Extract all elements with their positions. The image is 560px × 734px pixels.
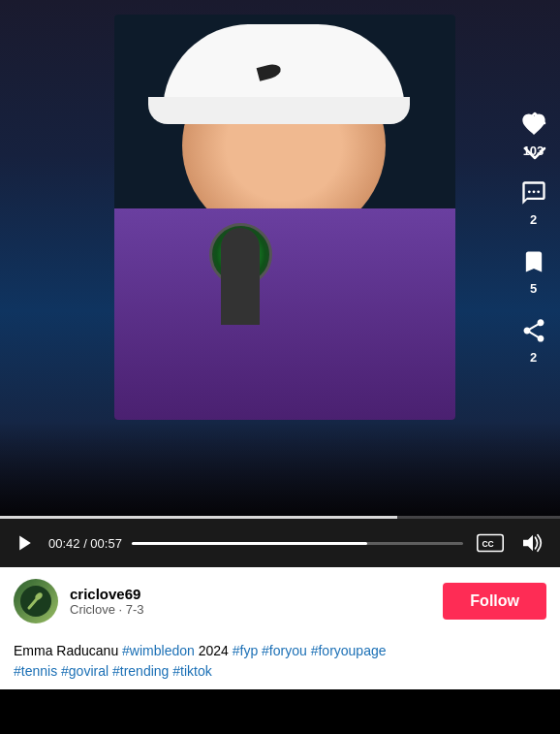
hashtag-goviral[interactable]: #goviral: [61, 663, 109, 679]
svg-point-1: [532, 190, 535, 193]
bookmark-count: 5: [530, 281, 537, 296]
comment-count: 2: [530, 212, 537, 227]
like-count: 103: [523, 144, 544, 158]
heart-icon: [516, 107, 551, 142]
video-gradient-overlay: [0, 422, 560, 519]
caption-name: Emma Raducanu: [14, 643, 122, 658]
user-details: criclove69 Criclove · 7-3: [70, 586, 431, 617]
hashtag-trending[interactable]: #trending: [112, 663, 169, 679]
avatar-inner: [20, 586, 51, 617]
cricket-bat-icon: [25, 590, 47, 612]
hashtag-tiktok[interactable]: #tiktok: [172, 663, 211, 679]
caption-area: Emma Raducanu #wimbledon 2024 #fyp #fory…: [0, 635, 560, 689]
like-button[interactable]: 103: [516, 107, 551, 158]
cc-icon: CC: [477, 533, 504, 553]
play-icon: [16, 533, 35, 553]
bookmark-button[interactable]: 5: [516, 244, 551, 296]
jacket: [114, 208, 455, 420]
volume-icon: [521, 533, 544, 553]
progress-fill: [132, 542, 367, 545]
bookmark-icon: [516, 244, 551, 279]
time-display: 00:42 / 00:57: [48, 536, 122, 551]
comment-icon: [516, 176, 551, 210]
avatar[interactable]: [14, 579, 58, 623]
caption-year: 2024: [195, 643, 233, 658]
follow-button[interactable]: Follow: [443, 583, 546, 620]
comment-button[interactable]: 2: [516, 176, 551, 227]
svg-point-2: [537, 190, 540, 193]
video-frame: [114, 15, 455, 420]
progress-bar[interactable]: [132, 542, 463, 545]
hashtag-wimbledon[interactable]: #wimbledon: [122, 643, 195, 658]
play-pause-button[interactable]: [12, 529, 39, 557]
cap-brim: [148, 97, 410, 124]
video-thumbnail: [0, 0, 560, 519]
svg-marker-3: [19, 536, 31, 551]
svg-text:CC: CC: [482, 539, 493, 549]
microphone-handle: [221, 228, 260, 325]
share-button[interactable]: 2: [516, 313, 551, 365]
user-info-bar: criclove69 Criclove · 7-3 Follow: [0, 567, 560, 635]
svg-marker-6: [523, 535, 533, 552]
video-controls-bar: 00:42 / 00:57 CC: [0, 519, 560, 567]
user-meta: Criclove · 7-3: [70, 602, 431, 617]
hashtag-fyp[interactable]: #fyp: [233, 643, 258, 658]
closed-captions-button[interactable]: CC: [473, 529, 508, 557]
hashtag-foryou[interactable]: #foryou: [262, 643, 307, 658]
video-player[interactable]: 103 2 5: [0, 0, 560, 519]
share-count: 2: [530, 350, 537, 365]
action-buttons-panel: 103 2 5: [507, 0, 560, 519]
username[interactable]: criclove69: [70, 586, 431, 602]
hashtag-foryoupage[interactable]: #foryoupage: [311, 643, 387, 658]
svg-point-0: [527, 190, 530, 193]
caption-text: Emma Raducanu #wimbledon 2024 #fyp #fory…: [14, 641, 546, 682]
hashtag-tennis[interactable]: #tennis: [14, 663, 57, 679]
share-icon: [516, 313, 551, 348]
volume-button[interactable]: [517, 529, 548, 557]
